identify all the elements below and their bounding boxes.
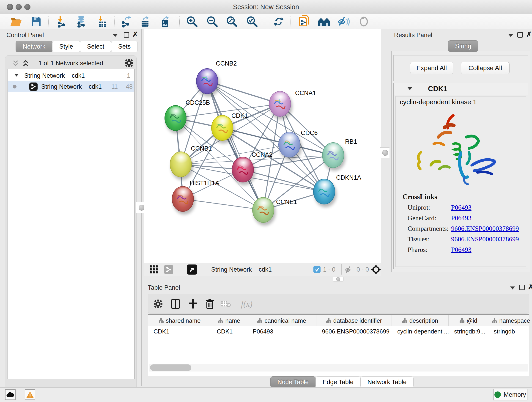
crosslink-link[interactable]: 9606.ENSP00000378699 [451,225,519,232]
network-node-CCNA2[interactable] [232,157,254,182]
export-image-button[interactable] [158,16,171,27]
zoom-selected-button[interactable] [246,16,259,27]
expand-all-button[interactable]: Expand All [410,62,453,74]
zoom-fit-button[interactable] [225,16,238,27]
close-panel-button[interactable]: ✗ [528,284,532,290]
save-session-button[interactable] [30,16,43,27]
apply-layout-button[interactable] [272,16,285,27]
node-gloss-highlight [326,144,341,154]
tab-sets[interactable]: Sets [111,41,138,52]
birdseye-navigator-icon[interactable] [371,264,381,275]
network-node-CCNB1[interactable] [170,152,192,177]
export-table-button[interactable] [139,16,152,27]
network-node-CDK1[interactable] [211,115,233,141]
import-table-button[interactable] [96,16,109,27]
column-header-name[interactable]: name [211,315,247,326]
tab-network-table[interactable]: Network Table [360,376,414,388]
network-node-CCNA1[interactable] [269,91,291,117]
tab-style[interactable]: Style [52,41,80,52]
table-cell[interactable]: CDK1 [211,326,247,337]
tree-expand-caret-icon[interactable] [14,74,19,77]
close-panel-button[interactable]: ✗ [133,32,138,37]
tab-node-table[interactable]: Node Table [270,376,316,388]
crosslink-link[interactable]: P06493 [451,246,472,254]
network-collection-row[interactable]: String Network – cdk1 1 [8,70,134,81]
create-column-button[interactable] [186,298,199,310]
network-node-label: CCNB1 [191,145,212,152]
column-header-shared-name[interactable]: shared name [148,315,211,326]
network-edge[interactable] [207,81,263,210]
network-node-CDC6[interactable] [278,132,300,157]
network-node-HIST1H1A[interactable] [172,186,194,212]
table-horizontal-scrollbar[interactable] [149,364,528,371]
gene-section-header[interactable]: CDK1 [394,83,528,95]
network-node-CDC25B[interactable] [165,105,186,131]
first-neighbors-button[interactable] [317,16,330,27]
network-node-RB1[interactable] [322,142,344,168]
column-header--id[interactable]: @id [449,315,488,326]
hide-selected-button[interactable] [337,16,350,27]
node-table-row[interactable]: CDK1CDK1P064939606.ENSP00000378699cyclin… [148,326,529,337]
tab-select[interactable]: Select [80,41,111,52]
network-edge[interactable] [183,199,263,210]
import-network-file-button[interactable] [56,16,68,27]
close-panel-button[interactable]: ✗ [526,32,532,37]
tab-network[interactable]: Network [16,41,52,52]
network-node-CCNE1[interactable] [252,197,274,223]
collapse-all-button[interactable]: Collapse All [461,62,510,74]
memory-button[interactable]: Memory [493,389,527,400]
table-cell[interactable]: stringdb [488,326,532,337]
zoom-in-button[interactable] [186,16,198,27]
table-cell[interactable]: 9606.ENSP00000378699 [317,326,392,337]
float-panel-button[interactable] [517,32,523,38]
export-network-button[interactable] [120,16,133,27]
crosslink-link[interactable]: P06493 [451,214,472,222]
warnings-button[interactable] [25,389,35,400]
selected-count-checkbox[interactable] [313,266,321,273]
table-cell[interactable]: stringdb:9... [449,326,488,337]
zoom-out-button[interactable] [206,16,219,27]
table-cell[interactable]: cyclin-dependent ... [392,326,449,337]
panel-menu-caret-icon[interactable] [508,34,513,37]
table-settings-button[interactable] [152,298,165,310]
float-panel-button[interactable] [124,32,129,38]
network-node-CCNB2[interactable] [196,68,218,94]
eye-disabled-icon [359,16,369,27]
panel-menu-caret-icon[interactable] [510,287,515,289]
grid-view-toggle-icon[interactable] [149,265,158,274]
column-header-canonical-name[interactable]: canonical name [247,315,317,326]
string-view-toggle-icon[interactable] [164,265,173,274]
column-header-database-identifier[interactable]: database identifier [317,315,392,326]
table-cell[interactable]: CDK1 [148,326,211,337]
import-network-database-button[interactable] [75,16,88,27]
column-header-namespace[interactable]: namespace [488,315,532,326]
eye-slash-icon [337,16,350,27]
tab-string[interactable]: String [448,40,478,52]
show-all-button[interactable] [357,16,370,27]
open-session-button[interactable] [10,16,22,27]
tab-edge-table[interactable]: Edge Table [316,376,361,388]
open-view-in-window-button[interactable] [187,264,197,274]
network-node-label: CDC25B [186,99,210,106]
results-splitter-handle[interactable] [380,147,391,158]
column-header-description[interactable]: description [392,315,449,326]
delete-column-button[interactable] [203,298,216,310]
cloud-status-button[interactable] [5,389,16,400]
network-options-gear-icon[interactable] [124,58,133,68]
crosslink-link[interactable]: 9606.ENSP00000378699 [451,235,519,243]
float-panel-button[interactable] [519,285,525,290]
section-collapse-caret-icon[interactable] [407,87,412,90]
crosslink-link[interactable]: P06493 [451,204,472,211]
table-splitter-handle[interactable] [333,277,344,282]
table-cell[interactable]: P06493 [247,326,317,337]
panel-menu-caret-icon[interactable] [113,34,118,37]
new-network-from-selection-button[interactable] [298,16,311,27]
network-view-canvas[interactable]: CCNB2CCNA1CDC25BCDK1CDC6RB1CCNB1CCNA2CDK… [144,29,381,263]
node-table-header: shared namenamecanonical namedatabase id… [148,315,529,326]
network-node-CDKN1A[interactable] [313,179,335,204]
show-columns-button[interactable] [169,298,182,310]
network-row-selected[interactable]: String Network – cdk1 11 48 [8,81,134,92]
scrollbar-thumb[interactable] [150,364,191,371]
crosslink-row: GeneCard: P06493 [408,214,522,222]
network-edge[interactable] [243,170,324,191]
